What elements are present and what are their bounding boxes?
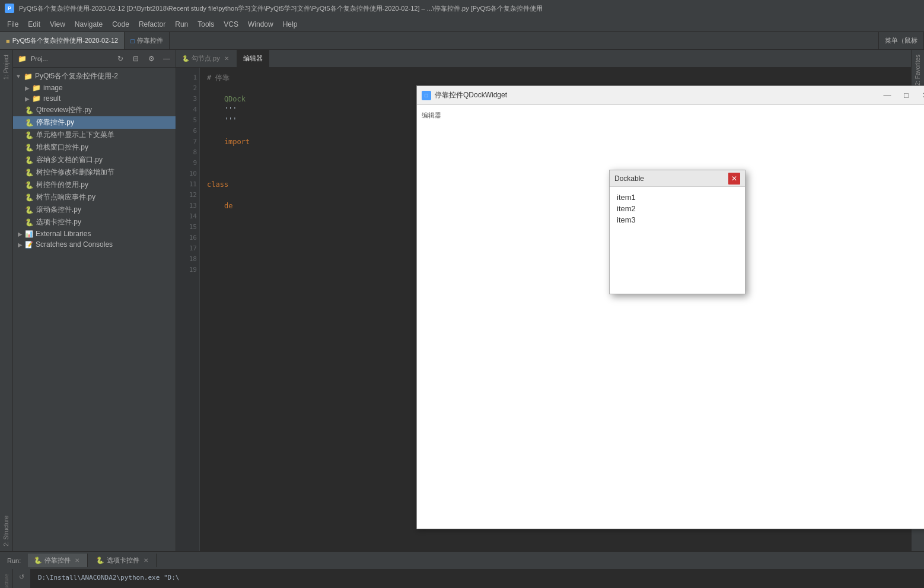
menu-bar: File Edit View Navigate Code Refactor Ru… <box>0 17 924 32</box>
dock-title-bar: Dockable ✕ <box>610 170 745 187</box>
py-file-icon: 🐍 <box>25 181 34 189</box>
editor-tab-editor[interactable]: 编辑器 <box>237 50 269 67</box>
bottom-toolbar: ↺ ↑ ■ ↓ ⏸ 📌 ⤢ 🖨 ★ 🗑 <box>13 569 31 588</box>
py-tab-icon: 🐍 <box>182 55 189 62</box>
sidebar-label-structure[interactable]: 2: Structure <box>2 511 11 551</box>
run-tab-xuanxiang[interactable]: 🐍 选项卡控件 ✕ <box>90 554 157 567</box>
run-py-icon: 🐍 <box>34 557 42 564</box>
tree-item-label: Qtreeview控件.py <box>36 105 92 115</box>
left-sidebar: 1: Project 2: Structure <box>0 50 13 551</box>
expand-icon: ▶ <box>25 85 30 91</box>
editor-tab-gujiedian[interactable]: 🐍 勾节点.py ✕ <box>176 50 237 67</box>
run-tab-close[interactable]: ✕ <box>142 557 150 565</box>
proj-label: Proj... <box>31 55 111 62</box>
tree-file-qtreeview[interactable]: 🐍 Qtreeview控件.py <box>13 104 176 116</box>
tree-item-label: 选项卡控件.py <box>36 217 81 227</box>
app-minimize-btn[interactable]: — <box>880 89 895 102</box>
project-tab-file-label: 停靠控件 <box>137 36 163 45</box>
folder-icon: 📁 <box>32 84 41 92</box>
up-btn[interactable]: ↑ <box>17 584 27 588</box>
app-content: 编辑器 Dockable ✕ item1 item2 item3 <box>417 105 924 529</box>
tree-item-label: 树控件的使用.py <box>36 180 88 190</box>
tree-item-label: 堆栈窗口控件.py <box>36 142 88 152</box>
project-toolbar: 📁 Proj... ↻ ⊟ ⚙ — <box>13 50 176 68</box>
menu-window[interactable]: Window <box>243 18 278 30</box>
main-layout: 1: Project 2: Structure 📁 Proj... ↻ ⊟ ⚙ … <box>0 50 924 551</box>
menu-tools[interactable]: Tools <box>193 18 219 30</box>
editor-tab-label: 勾节点.py <box>192 54 220 63</box>
editor-tab-close[interactable]: ✕ <box>222 55 231 63</box>
toolbar-proj-btn[interactable]: 📁 <box>15 52 28 65</box>
menu-code[interactable]: Code <box>107 18 134 30</box>
tree-folder-result[interactable]: ▶ 📁 result <box>13 93 176 104</box>
toolbar-collapse-btn[interactable]: ⊟ <box>129 52 142 65</box>
tree-file-gundong[interactable]: 🐍 滚动条控件.py <box>13 204 176 216</box>
project-tab-right[interactable]: 菜单（鼠标 <box>878 32 924 49</box>
menu-run[interactable]: Run <box>170 18 193 30</box>
tree-file-selected[interactable]: 🐍 停靠控件.py <box>13 116 176 129</box>
expand-icon: ▼ <box>15 73 21 80</box>
run-tab-close[interactable]: ✕ <box>73 557 81 565</box>
expand-icon: ▶ <box>18 241 23 248</box>
dock-item-2[interactable]: item2 <box>614 203 740 214</box>
run-tab-label: 选项卡控件 <box>107 556 139 565</box>
restart-btn[interactable]: ↺ <box>17 571 27 582</box>
tree-file-rongna[interactable]: 🐍 容纳多文档的窗口.py <box>13 154 176 166</box>
expand-icon: ▶ <box>25 96 30 102</box>
run-output-text: D:\Install\ANACONDA2\python.exe "D:\ <box>38 574 917 581</box>
dock-widget: Dockable ✕ item1 item2 item3 <box>609 170 745 294</box>
dock-item-3[interactable]: item3 <box>614 214 740 225</box>
tree-root[interactable]: ▼ 📁 PyQt5各个复杂控件使用-2 <box>13 70 176 82</box>
tree-file-shukongjiian[interactable]: 🐍 树控件修改和删除增加节 <box>13 166 176 179</box>
py-file-icon: 🐍 <box>25 169 34 177</box>
title-text: PyQt5各个复杂控件使用-2020-02-12 [D:\Byrbt2018\R… <box>19 4 919 13</box>
tree-scratches-label: Scratches and Consoles <box>36 240 113 249</box>
tree-item-label: External Libraries <box>36 230 91 238</box>
folder-icon: 📁 <box>32 94 41 103</box>
run-tab-tingjie[interactable]: 🐍 停靠控件 ✕ <box>28 554 88 567</box>
toolbar-refresh-btn[interactable]: ↻ <box>114 52 127 65</box>
tree-external-libs[interactable]: ▶ 📊 External Libraries <box>13 228 176 239</box>
tree-folder-image[interactable]: ▶ 📁 image <box>13 82 176 93</box>
tree-item-label: image <box>43 84 63 92</box>
dock-close-btn[interactable]: ✕ <box>728 173 740 185</box>
py-file-icon: 🐍 <box>25 156 34 164</box>
app-window-title: 停靠控件QDockWidget <box>435 90 876 100</box>
run-label: Run: <box>2 557 26 564</box>
app-close-btn[interactable]: ✕ <box>917 89 924 102</box>
tree-item-label: 容纳多文档的窗口.py <box>36 155 103 165</box>
sidebar-label-project[interactable]: 1: Project <box>2 50 11 84</box>
project-tab-main[interactable]: ■ PyQt5各个复杂控件使用-2020-02-12 <box>0 32 125 49</box>
tree-file-duizhan[interactable]: 🐍 堆栈窗口控件.py <box>13 141 176 154</box>
bottom-content[interactable]: D:\Install\ANACONDA2\python.exe "D:\ <box>31 569 924 588</box>
tree-item-label: 树节点响应事件.py <box>36 192 95 202</box>
menu-refactor[interactable]: Refactor <box>134 18 170 30</box>
toolbar-minus-btn[interactable]: — <box>160 52 173 65</box>
dock-item-1[interactable]: item1 <box>614 192 740 203</box>
app-window-icon: □ <box>422 91 431 100</box>
menu-vcs[interactable]: VCS <box>219 18 243 30</box>
sidebar-label-favorites[interactable]: 2: Favorites <box>913 50 922 90</box>
editor-area: 🐍 勾节点.py ✕ 编辑器 12345 678910 1112131415 1… <box>176 50 911 551</box>
structure-label[interactable]: Structure <box>4 571 9 588</box>
menu-navigate[interactable]: Navigate <box>70 18 107 30</box>
tree-file-dangyuan[interactable]: 🐍 单元格中显示上下文菜单 <box>13 129 176 141</box>
app-maximize-btn[interactable]: □ <box>898 89 914 102</box>
py-file-icon: 🐍 <box>25 193 34 202</box>
menu-help[interactable]: Help <box>278 18 302 30</box>
project-tabs-row: ■ PyQt5各个复杂控件使用-2020-02-12 □ 停靠控件 菜单（鼠标 <box>0 32 924 50</box>
tree-file-shukong[interactable]: 🐍 树控件的使用.py <box>13 179 176 191</box>
menu-file[interactable]: File <box>2 18 23 30</box>
project-tab-file[interactable]: □ 停靠控件 <box>125 32 170 49</box>
tree-file-xuanxiang[interactable]: 🐍 选项卡控件.py <box>13 216 176 228</box>
py-file-icon: 🐍 <box>25 218 34 227</box>
toolbar-settings-btn[interactable]: ⚙ <box>145 52 158 65</box>
menu-edit[interactable]: Edit <box>23 18 45 30</box>
dock-title: Dockable <box>614 174 728 183</box>
menu-view[interactable]: View <box>45 18 70 30</box>
tree-file-shujie[interactable]: 🐍 树节点响应事件.py <box>13 191 176 204</box>
tree-scratches[interactable]: ▶ 📝 Scratches and Consoles <box>13 239 176 250</box>
tree-item-label: 树控件修改和删除增加节 <box>36 167 114 177</box>
folder-icon: 📁 <box>24 72 33 81</box>
app-title-bar: □ 停靠控件QDockWidget — □ ✕ <box>417 86 924 105</box>
